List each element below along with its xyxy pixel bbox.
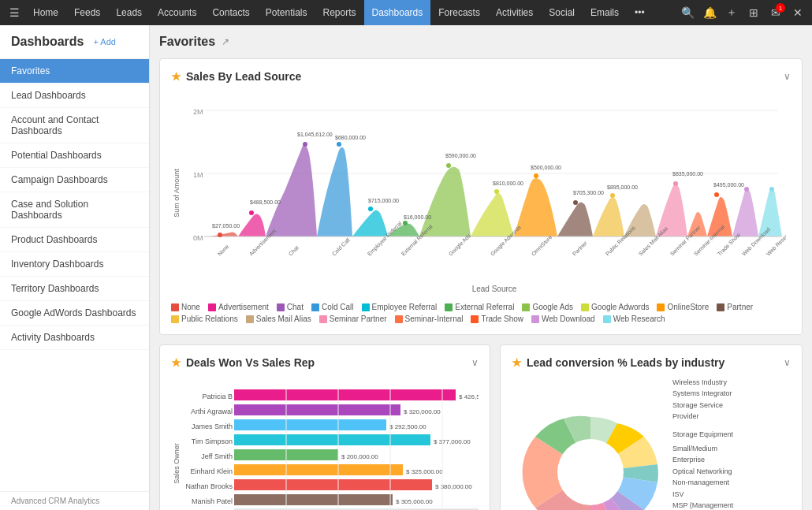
sales-chart-legend: None Advertisement Chat Cold Call Employ… bbox=[171, 303, 791, 323]
svg-text:$810,000.00: $810,000.00 bbox=[493, 181, 523, 186]
svg-point-43 bbox=[368, 207, 373, 211]
svg-text:OmniStore: OmniStore bbox=[531, 234, 553, 257]
sidebar-item-inventory[interactable]: Inventory Dashboards bbox=[0, 252, 149, 277]
mail-icon[interactable]: ✉ 1 bbox=[765, 0, 787, 25]
legend-google-adwords: Google Adwords bbox=[581, 303, 649, 311]
main-layout: Dashboards + Add Favorites Lead Dashboar… bbox=[0, 25, 812, 510]
sidebar-title: Dashboards bbox=[11, 35, 84, 49]
emails-nav[interactable]: Emails bbox=[583, 0, 627, 25]
svg-text:Jeff Smith: Jeff Smith bbox=[201, 452, 233, 460]
dashboards-nav[interactable]: Dashboards bbox=[364, 0, 431, 25]
svg-text:Tim Simpson: Tim Simpson bbox=[192, 437, 233, 445]
svg-rect-71 bbox=[234, 464, 403, 475]
contacts-nav[interactable]: Contacts bbox=[204, 0, 257, 25]
svg-text:$ 320,000.00: $ 320,000.00 bbox=[404, 408, 441, 415]
sidebar-item-favorites[interactable]: Favorites bbox=[0, 59, 149, 84]
social-nav[interactable]: Social bbox=[541, 0, 583, 25]
legend-optical: Optical Networking bbox=[672, 466, 734, 477]
svg-text:$715,000.00: $715,000.00 bbox=[368, 198, 399, 203]
legend-employee-referral: Employee Referral bbox=[362, 303, 438, 311]
star-icon-conversion: ★ bbox=[512, 356, 522, 369]
sidebar-item-potential[interactable]: Potential Dashboards bbox=[0, 143, 149, 168]
mail-badge: 1 bbox=[776, 3, 785, 13]
sidebar: Dashboards + Add Favorites Lead Dashboar… bbox=[0, 25, 150, 510]
hamburger-icon[interactable]: ☰ bbox=[3, 0, 25, 25]
svg-text:Partner: Partner bbox=[572, 240, 589, 257]
forecasts-nav[interactable]: Forecasts bbox=[430, 0, 488, 25]
svg-text:$495,000.00: $495,000.00 bbox=[713, 182, 744, 188]
legend-systems-integrator: Systems Integrator bbox=[672, 388, 734, 399]
nav-right-icons: 🔍 🔔 ＋ ⊞ ✉ 1 ✕ bbox=[676, 0, 809, 25]
search-icon[interactable]: 🔍 bbox=[676, 0, 698, 25]
star-icon: ★ bbox=[171, 70, 181, 83]
sales-by-lead-source-card: ★ Sales By Lead Source ∨ Sum of Amount 2… bbox=[159, 58, 803, 335]
svg-point-41 bbox=[303, 142, 307, 147]
more-nav[interactable]: ••• bbox=[627, 0, 653, 25]
sidebar-item-territory[interactable]: Territory Dashboards bbox=[0, 277, 149, 301]
external-link-icon[interactable]: ↗ bbox=[222, 36, 229, 47]
legend-wireless: Wireless Industry bbox=[672, 377, 734, 388]
sidebar-item-activity[interactable]: Activity Dashboards bbox=[0, 326, 149, 350]
svg-text:$680,000.00: $680,000.00 bbox=[335, 135, 366, 140]
potentials-nav[interactable]: Potentials bbox=[258, 0, 315, 25]
svg-rect-74 bbox=[234, 479, 432, 490]
home-nav[interactable]: Home bbox=[25, 0, 66, 25]
svg-point-49 bbox=[610, 193, 615, 198]
legend-onlinestore: OnlineStore bbox=[657, 303, 709, 311]
activities-nav[interactable]: Activities bbox=[488, 0, 541, 25]
svg-rect-59 bbox=[234, 404, 400, 415]
svg-text:James Smith: James Smith bbox=[192, 423, 233, 430]
svg-point-53 bbox=[769, 187, 774, 192]
grid-icon[interactable]: ⊞ bbox=[743, 0, 765, 25]
add-dashboard-button[interactable]: + Add bbox=[93, 37, 115, 47]
legend-sales-mail: Sales Mail Alias bbox=[246, 315, 311, 323]
feeds-nav[interactable]: Feeds bbox=[66, 0, 108, 25]
svg-point-40 bbox=[249, 210, 254, 215]
collapse-sales-button[interactable]: ∨ bbox=[784, 71, 791, 82]
svg-text:$16,000.00: $16,000.00 bbox=[404, 214, 431, 220]
svg-text:$895,000.00: $895,000.00 bbox=[607, 184, 638, 190]
svg-rect-56 bbox=[234, 389, 456, 400]
sidebar-item-case-solution[interactable]: Case and Solution Dashboards bbox=[0, 192, 149, 228]
legend-external-referral: External Referral bbox=[445, 303, 514, 311]
card-header-conversion: ★ Lead conversion % Leads by industry ∨ bbox=[512, 356, 791, 369]
legend-cold-call: Cold Call bbox=[311, 303, 354, 311]
leads-nav[interactable]: Leads bbox=[108, 0, 150, 25]
reports-nav[interactable]: Reports bbox=[315, 0, 364, 25]
deals-won-card: ★ Deals Won Vs Sales Rep ∨ Sales Owner P… bbox=[159, 344, 490, 510]
svg-text:Lead Source: Lead Source bbox=[472, 285, 517, 293]
svg-text:Sales Owner: Sales Owner bbox=[173, 443, 181, 484]
svg-text:None: None bbox=[217, 244, 230, 257]
svg-point-48 bbox=[573, 200, 578, 205]
svg-point-52 bbox=[744, 187, 749, 192]
legend-trade-show: Trade Show bbox=[471, 315, 523, 323]
sidebar-item-account-contact[interactable]: Account and Contact Dashboards bbox=[0, 108, 149, 143]
legend-small-medium: Small/MediumEnterprise bbox=[672, 443, 734, 466]
close-icon[interactable]: ✕ bbox=[787, 0, 809, 25]
legend-public-relations: Public Relations bbox=[171, 315, 238, 323]
sidebar-item-lead-dashboards[interactable]: Lead Dashboards bbox=[0, 84, 149, 108]
sidebar-item-product[interactable]: Product Dashboards bbox=[0, 228, 149, 252]
sidebar-header: Dashboards + Add bbox=[0, 25, 149, 59]
svg-text:Cold Call: Cold Call bbox=[331, 236, 351, 256]
svg-text:$ 200,000.00: $ 200,000.00 bbox=[341, 453, 378, 460]
sidebar-footer: Advanced CRM Analytics bbox=[0, 491, 149, 510]
legend-seminar-partner: Seminar Partner bbox=[319, 315, 387, 323]
legend-advertisement: Advertisement bbox=[208, 303, 269, 311]
svg-text:$500,000.00: $500,000.00 bbox=[531, 165, 561, 170]
bell-icon[interactable]: 🔔 bbox=[698, 0, 721, 25]
accounts-nav[interactable]: Accounts bbox=[150, 0, 204, 25]
svg-text:Manish Patel: Manish Patel bbox=[192, 497, 233, 505]
svg-rect-77 bbox=[234, 494, 393, 505]
svg-point-91 bbox=[557, 439, 624, 505]
sidebar-item-google-adwords[interactable]: Google AdWords Dashboards bbox=[0, 301, 149, 326]
card-title-conversion: ★ Lead conversion % Leads by industry bbox=[512, 356, 724, 369]
sidebar-item-campaign[interactable]: Campaign Dashboards bbox=[0, 168, 149, 192]
lead-conversion-card: ★ Lead conversion % Leads by industry ∨ bbox=[500, 344, 803, 510]
collapse-conversion-button[interactable]: ∨ bbox=[784, 357, 791, 368]
svg-text:$ 305,000.00: $ 305,000.00 bbox=[396, 498, 433, 505]
collapse-deals-button[interactable]: ∨ bbox=[471, 357, 479, 368]
svg-text:Sum of Amount: Sum of Amount bbox=[173, 169, 181, 218]
bottom-row: ★ Deals Won Vs Sales Rep ∨ Sales Owner P… bbox=[159, 344, 803, 510]
plus-icon[interactable]: ＋ bbox=[721, 0, 743, 25]
